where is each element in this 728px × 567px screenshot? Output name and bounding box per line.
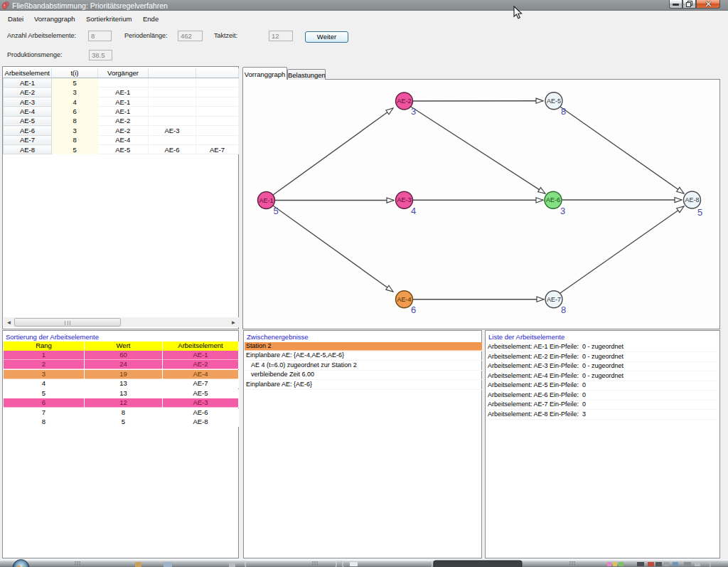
svg-text:AE-7: AE-7 (547, 296, 561, 303)
svg-text:AE-8: AE-8 (685, 196, 699, 203)
svg-text:AE-5: AE-5 (547, 97, 561, 105)
svg-text:5: 5 (273, 206, 278, 216)
svg-text:AE-1: AE-1 (259, 197, 273, 204)
svg-text:3: 3 (411, 106, 416, 117)
svg-text:AE-4: AE-4 (397, 296, 411, 303)
svg-text:8: 8 (561, 106, 566, 117)
svg-text:6: 6 (411, 304, 416, 315)
svg-text:AE-2: AE-2 (397, 97, 411, 105)
svg-text:3: 3 (560, 206, 565, 216)
svg-text:5: 5 (697, 207, 702, 218)
svg-text:8: 8 (561, 304, 566, 315)
svg-text:AE-6: AE-6 (546, 196, 560, 203)
svg-text:AE-3: AE-3 (397, 196, 411, 203)
svg-text:4: 4 (411, 206, 416, 216)
